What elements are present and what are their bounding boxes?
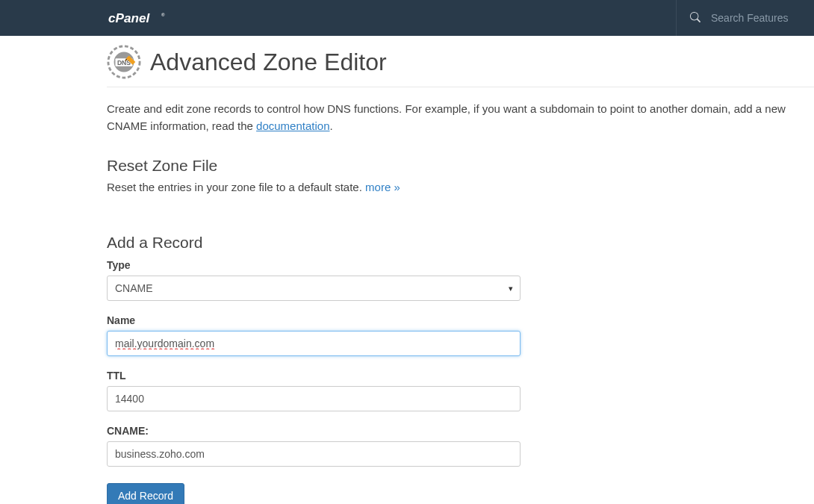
dns-icon: DNS (107, 45, 141, 79)
ttl-group: TTL (107, 370, 814, 411)
main-content: DNS Advanced Zone Editor Create and edit… (0, 36, 814, 504)
type-select[interactable]: CNAME (107, 276, 521, 301)
top-nav: cPanel ® (0, 0, 814, 36)
more-link[interactable]: more » (365, 181, 400, 193)
intro-text-suffix: . (330, 119, 333, 132)
reset-heading: Reset Zone File (107, 157, 814, 175)
search-input[interactable] (711, 12, 801, 24)
logo[interactable]: cPanel ® (108, 10, 190, 26)
type-group: Type CNAME (107, 259, 814, 301)
add-record-button[interactable]: Add Record (107, 483, 184, 504)
reset-desc: Reset the entries in your zone file to a… (107, 181, 814, 193)
name-label: Name (107, 314, 814, 326)
documentation-link[interactable]: documentation (256, 119, 329, 132)
type-label: Type (107, 259, 814, 271)
svg-text:cPanel: cPanel (108, 11, 150, 25)
svg-text:®: ® (161, 12, 165, 17)
cname-label: CNAME: (107, 425, 814, 437)
name-group: Name (107, 314, 814, 356)
intro-text-prefix: Create and edit zone records to control … (107, 102, 786, 132)
name-input[interactable] (107, 331, 521, 356)
type-select-wrapper: CNAME (107, 276, 521, 301)
add-record-heading: Add a Record (107, 234, 814, 252)
search-area (676, 0, 814, 36)
search-icon (690, 12, 700, 25)
ttl-label: TTL (107, 370, 814, 382)
cname-group: CNAME: (107, 425, 814, 467)
page-title-row: DNS Advanced Zone Editor (107, 36, 814, 87)
ttl-input[interactable] (107, 386, 521, 411)
cname-input[interactable] (107, 441, 521, 467)
reset-desc-prefix: Reset the entries in your zone file to a… (107, 181, 365, 193)
page-title: Advanced Zone Editor (150, 49, 387, 76)
intro-text: Create and edit zone records to control … (107, 87, 814, 134)
